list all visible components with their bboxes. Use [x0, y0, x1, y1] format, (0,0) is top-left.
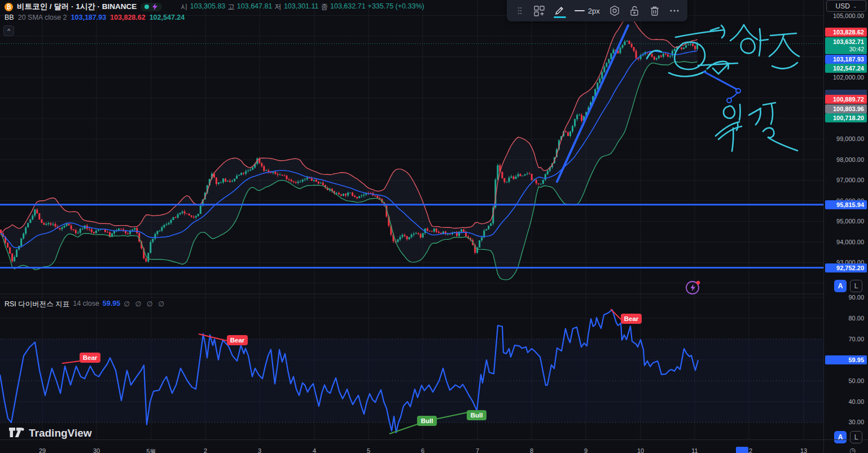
- price-label-badge: 95,815.94: [825, 200, 867, 209]
- price-label-badge: 103,828.62: [825, 28, 867, 37]
- bb-indicator-legend[interactable]: BB 20 SMA close 2 103,187.93 103,828.62 …: [5, 14, 424, 21]
- tradingview-chart-window: BearBearBearBullBull ₿ 비트코인 / 달러 · 1시간 ·…: [0, 0, 868, 453]
- log-scale-button[interactable]: L: [850, 280, 862, 292]
- toolbar-drag-handle[interactable]: [510, 2, 529, 20]
- price-axis[interactable]: USD ⌄ A L A L 105,000.00102,000.0099,000…: [823, 0, 868, 453]
- line-weight-icon: [575, 10, 585, 12]
- price-axis-label: 94,000.00: [836, 239, 864, 245]
- price-axis-label: 102,000.00: [833, 74, 864, 81]
- price-axis-label: 50.00: [848, 377, 864, 384]
- ohlc-readout: 시103,305.83 고103,647.81 저103,301.11 종103…: [181, 2, 424, 12]
- price-label-badge: 103,632.7130:42: [825, 37, 867, 54]
- price-label-badge: 100,803.96: [825, 104, 867, 113]
- hexagon-settings-icon: [609, 5, 620, 16]
- time-axis-label: 30: [93, 447, 100, 453]
- delete-button[interactable]: [645, 2, 664, 20]
- rsi-value: 59.95: [103, 300, 120, 309]
- time-axis-label: 13: [800, 447, 807, 453]
- price-axis-label: 80.00: [848, 315, 864, 322]
- tradingview-mark-icon: [9, 428, 24, 439]
- flash-icon: [152, 3, 158, 10]
- price-axis-label: 70.00: [848, 336, 864, 342]
- clock-icon[interactable]: ◷: [849, 446, 856, 453]
- price-label-badge: 102,547.24: [825, 64, 867, 73]
- svg-text:Bear: Bear: [83, 354, 98, 361]
- drawing-anchor-point: [727, 98, 731, 103]
- price-axis-label: 95,000.00: [836, 218, 864, 225]
- price-axis-label: 90.00: [848, 294, 864, 301]
- time-axis-label: 10: [637, 447, 644, 453]
- line-thickness-button[interactable]: 2px: [570, 7, 604, 15]
- rsi-band: [0, 339, 823, 423]
- drag-dots-icon: [518, 7, 522, 15]
- time-axis-label: 8: [530, 447, 533, 453]
- chevron-down-icon: ⌄: [853, 3, 857, 9]
- time-axis-label: 5: [367, 447, 370, 453]
- svg-text:Bear: Bear: [624, 315, 639, 322]
- svg-text:Bull: Bull: [471, 412, 483, 419]
- time-axis[interactable]: 29305월2345678910111213: [0, 439, 823, 453]
- drawing-anchor-point: [736, 89, 740, 93]
- svg-text:Bull: Bull: [421, 417, 433, 424]
- style-settings-button[interactable]: [606, 2, 624, 20]
- market-status-pill[interactable]: [141, 3, 162, 11]
- time-axis-label: 3: [258, 447, 261, 453]
- price-axis-label: 105,000.00: [833, 12, 864, 19]
- currency-selector[interactable]: USD ⌄: [826, 0, 866, 12]
- price-axis-label: 99,000.00: [836, 135, 864, 142]
- price-label-badge: 59.95: [825, 355, 867, 364]
- main-scale-mode-buttons: A L: [834, 280, 862, 292]
- tradingview-logo[interactable]: TradingView: [9, 427, 92, 439]
- templates-icon: [534, 6, 545, 16]
- time-axis-label: 5월: [146, 447, 156, 453]
- lock-icon: [630, 6, 639, 16]
- blue-segment: [704, 72, 737, 89]
- price-axis-label: 98,000.00: [836, 156, 864, 163]
- template-button[interactable]: [530, 2, 549, 20]
- bitcoin-icon: ₿: [5, 3, 13, 11]
- active-color-swatch: [554, 16, 566, 18]
- current-time-marker: [736, 447, 748, 453]
- price-label-badge: 92,752.20: [825, 263, 867, 272]
- chart-canvas[interactable]: BearBearBearBullBull: [0, 0, 823, 439]
- symbol-title[interactable]: 비트코인 / 달러 · 1시간 · BINANCE: [17, 2, 137, 12]
- auto-scale-button[interactable]: A: [834, 280, 847, 292]
- price-axis-label: 30.00: [848, 419, 864, 425]
- currency-label: USD: [836, 2, 850, 10]
- pencil-tool-button[interactable]: [550, 2, 569, 20]
- rsi-empty-values: ∅ ∅ ∅ ∅: [124, 300, 166, 309]
- more-options-button[interactable]: [665, 2, 684, 20]
- drawing-toolbar: 2px: [507, 0, 687, 21]
- lock-button[interactable]: [625, 2, 644, 20]
- price-axis-label: 97,000.00: [836, 177, 864, 183]
- svg-text:Bear: Bear: [230, 337, 245, 344]
- price-axis-label: 40.00: [848, 398, 864, 405]
- pencil-icon: [554, 6, 564, 16]
- time-axis-label: 2: [204, 447, 207, 453]
- lightning-circle-icon: [685, 279, 702, 296]
- time-axis-label: 4: [313, 447, 316, 453]
- price-label-badge: 100,718.20: [825, 113, 867, 122]
- time-axis-label: 29: [39, 447, 46, 453]
- trash-icon: [650, 6, 659, 16]
- time-axis-label: 11: [691, 447, 698, 453]
- tradingview-logo-text: TradingView: [29, 427, 92, 439]
- market-open-dot-icon: [144, 5, 149, 9]
- price-label-badge: 100,889.72: [825, 95, 867, 104]
- more-dots-icon: [670, 10, 679, 12]
- axis-corner: ◷: [823, 439, 868, 453]
- flash-ideas-button[interactable]: [685, 279, 702, 296]
- rsi-indicator-legend[interactable]: RSI 다이버전스 지표 14 close 59.95 ∅ ∅ ∅ ∅: [5, 300, 166, 309]
- price-label-badge: 103,187.93: [825, 55, 867, 64]
- time-axis-label: 9: [584, 447, 588, 453]
- legend-collapse-button[interactable]: ^: [3, 25, 14, 36]
- change-readout: +335.75 (+0.33%): [368, 2, 424, 12]
- time-axis-label: 6: [421, 447, 424, 453]
- bull-divergence-marker[interactable]: Bull: [467, 410, 486, 420]
- symbol-legend: ₿ 비트코인 / 달러 · 1시간 · BINANCE 시103,305.83 …: [5, 2, 424, 21]
- time-axis-label: 7: [476, 447, 479, 453]
